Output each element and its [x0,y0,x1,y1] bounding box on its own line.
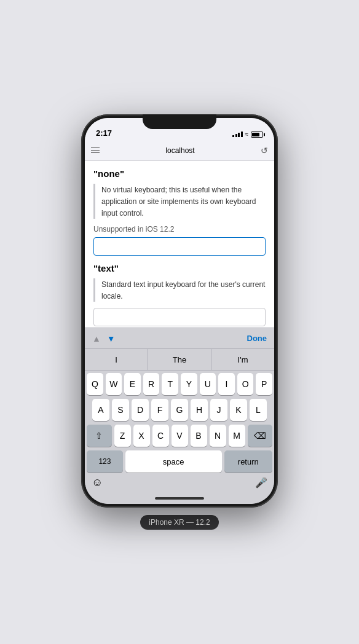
delete-key[interactable]: ⌫ [248,425,273,447]
autocomplete-bar: I The I'm [85,348,274,371]
key-u[interactable]: U [200,373,216,395]
nav-up-button[interactable]: ▲ [92,334,101,344]
toolbar-nav: ▲ ▼ [92,334,116,344]
phone-screen: 2:17 ≈ [85,118,274,504]
section1-quote: No virtual keyboard; this is useful when… [93,184,266,219]
content-scroll: "none" No virtual keyboard; this is usef… [85,161,274,328]
shift-key[interactable]: ⇧ [87,425,112,447]
key-l[interactable]: L [250,399,267,421]
key-j[interactable]: J [210,399,227,421]
autocomplete-word-1[interactable]: I [85,349,148,370]
key-k[interactable]: K [230,399,247,421]
phone-body: 2:17 ≈ [81,114,278,508]
status-time: 2:17 [96,128,112,138]
emoji-button[interactable]: ☺ [92,476,103,489]
url-bar[interactable]: localhost [105,146,256,155]
section2-title: "text" [93,263,266,273]
phone-frame: 2:17 ≈ [81,114,278,508]
key-t[interactable]: T [162,373,178,395]
return-key[interactable]: return [224,450,272,473]
wifi-icon: ≈ [245,131,249,138]
key-w[interactable]: W [106,373,122,395]
key-y[interactable]: Y [181,373,197,395]
menu-button[interactable] [91,147,100,154]
key-q[interactable]: Q [87,373,103,395]
autocomplete-word-2[interactable]: The [148,349,211,370]
kb-row-3: ⇧ Z X C V B N M ⌫ [87,425,272,447]
microphone-button[interactable]: 🎤 [255,477,267,489]
done-button[interactable]: Done [247,334,267,343]
section2-quote: Standard text input keyboard for the use… [93,278,266,302]
content-area: "none" No virtual keyboard; this is usef… [85,161,274,328]
keyboard: Q W E R T Y U I O P A S D F G [85,371,274,493]
key-o[interactable]: O [237,373,254,395]
device-label: iPhone XR — 12.2 [140,515,218,530]
key-d[interactable]: D [132,399,149,421]
reload-button[interactable]: ↺ [261,146,268,155]
status-icons: ≈ [232,131,263,138]
key-a[interactable]: A [92,399,109,421]
key-h[interactable]: H [191,399,208,421]
key-m[interactable]: M [229,425,245,447]
key-s[interactable]: S [112,399,129,421]
kb-row-4: 123 space return [87,450,272,473]
notch [143,114,216,129]
key-g[interactable]: G [171,399,188,421]
key-c[interactable]: C [152,425,169,447]
keyboard-toolbar: ▲ ▼ Done [85,328,274,348]
unsupported-label: Unsupported in iOS 12.2 [93,225,266,234]
home-bar [155,497,204,500]
home-indicator [85,493,274,504]
battery-fill [252,133,259,136]
key-z[interactable]: Z [114,425,131,447]
key-r[interactable]: R [143,373,160,395]
kb-row-1: Q W E R T Y U I O P [87,373,272,395]
key-v[interactable]: V [172,425,188,447]
browser-bar: localhost ↺ [85,140,274,161]
text-input[interactable] [93,308,266,326]
key-i[interactable]: I [218,373,235,395]
space-key[interactable]: space [125,450,222,473]
kb-row-2: A S D F G H J K L [87,399,272,421]
section1-title: "none" [93,168,266,179]
key-f[interactable]: F [151,399,168,421]
key-e[interactable]: E [124,373,141,395]
battery-icon [251,132,263,138]
signal-icon [232,132,243,137]
key-b[interactable]: B [191,425,207,447]
num-key[interactable]: 123 [87,450,123,473]
key-x[interactable]: X [133,425,150,447]
nav-down-button[interactable]: ▼ [107,334,116,344]
key-p[interactable]: P [256,373,272,395]
autocomplete-word-3[interactable]: I'm [211,349,274,370]
key-n[interactable]: N [210,425,226,447]
section2-description: Standard text input keyboard for the use… [101,280,265,300]
kb-bottom-row: ☺ 🎤 [87,476,272,489]
none-input[interactable] [93,237,266,256]
section1-description: No virtual keyboard; this is useful when… [101,186,256,218]
